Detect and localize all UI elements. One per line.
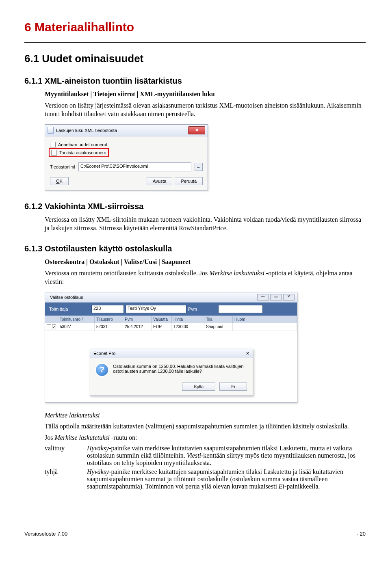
browse-button[interactable]: ... xyxy=(195,163,203,171)
emphasis: Merkitse laskutetuksi xyxy=(54,434,110,441)
document-icon xyxy=(48,127,54,134)
checkbox-verify-customer[interactable] xyxy=(51,150,57,156)
checkbox-label: Annetaan uudet numerot xyxy=(58,142,107,147)
cell-price: 1230,00 xyxy=(172,323,204,331)
message-dialog: Econet Pro ✕ ? Ostolaskun summa on 1250,… xyxy=(90,349,253,396)
cell-orderno: 52031 xyxy=(95,323,123,331)
ok-button[interactable]: OK xyxy=(50,177,69,185)
message-title: Econet Pro xyxy=(93,351,115,356)
col-select xyxy=(45,316,58,323)
definition-term: tyhjä xyxy=(45,468,77,490)
supplier-name-input[interactable]: Testi Yritys Oy xyxy=(126,305,186,313)
cell-date: 25.4.2012 xyxy=(123,323,152,331)
chapter-heading: 6 Materiaalihallinto xyxy=(24,20,366,34)
close-button[interactable]: ✕ xyxy=(188,126,205,134)
body-text: Versioon on lisätty järjestelmässä oleva… xyxy=(45,101,362,119)
cell-delivery: 53027 xyxy=(58,323,95,331)
grid-header: Toimitusnro / Tilausnro Pvm Valuutta Hin… xyxy=(45,316,297,323)
cell-note xyxy=(233,323,297,331)
checkbox-new-numbers[interactable] xyxy=(50,142,56,147)
definition-term: valittuy xyxy=(45,445,77,467)
text-fragment: -painikkeella. xyxy=(284,483,320,490)
breadcrumb: Ostoreskontra | Ostolaskut | Valitse/Uus… xyxy=(45,257,362,266)
section-heading: 6.1 Uudet ominaisuudet xyxy=(24,52,366,65)
emphasis: Hyväksy xyxy=(87,445,109,452)
highlight-box: Tarkista asiakasnumero xyxy=(49,148,109,157)
cell-status: Saapunut xyxy=(204,323,233,331)
col-currency[interactable]: Valuutta xyxy=(152,316,172,323)
question-icon: ? xyxy=(96,364,108,376)
footer-left: Versioseloste 7.00 xyxy=(24,531,67,537)
subsection-heading-613: 6.1.3 Ostotilausten käyttö ostolaskulla xyxy=(24,244,366,253)
definition-row: tyhjä Hyväksy-painike merkitsee kuitattu… xyxy=(45,468,366,490)
file-label: Tiedostonimi xyxy=(50,164,75,169)
definition-text: Hyväksy-painike vain merkitsee kuitattav… xyxy=(87,445,366,467)
definition-text: Hyväksy-painike merkitsee kuitattujen sa… xyxy=(87,468,366,490)
col-price[interactable]: Hinta xyxy=(172,316,204,323)
filter-bar: Toimittaja 223 Testi Yritys Oy Pvm xyxy=(45,303,297,316)
page-footer: Versioseloste 7.00 - 20 xyxy=(24,531,366,537)
body-text: Jos Merkitse laskutetuksi -ruutu on: xyxy=(45,433,362,442)
emphasis: Merkitse laskutetuksi xyxy=(209,270,264,277)
col-status[interactable]: Tila xyxy=(204,316,233,323)
cell-currency: EUR xyxy=(152,323,172,331)
message-text: Ostolaskun summa on 1250,00. Haluatko va… xyxy=(113,364,247,376)
row-selector-icon[interactable] xyxy=(47,324,51,329)
emphasis: Ei xyxy=(279,483,284,490)
divider xyxy=(24,42,366,43)
cancel-button[interactable]: Peruuta xyxy=(175,177,203,185)
date-label: Pvm xyxy=(188,307,217,311)
close-button[interactable]: ✕ xyxy=(283,294,295,300)
text-fragment: -ruutu on: xyxy=(110,434,137,441)
supplier-label: Toimittaja xyxy=(49,307,90,311)
checkbox-label: Tarkista asiakasnumero xyxy=(59,150,106,155)
supplier-no-input[interactable]: 223 xyxy=(91,305,124,313)
definition-row: valittuy Hyväksy-painike vain merkitsee … xyxy=(45,445,366,467)
col-orderno[interactable]: Tilausnro xyxy=(95,316,123,323)
minimize-button[interactable]: — xyxy=(257,294,269,300)
dialog-title: Laskujen luku XML-tiedostosta xyxy=(56,128,117,133)
help-button[interactable]: Avusta xyxy=(147,177,172,185)
body-text: Versiossa on lisätty XML-siirtoihin muka… xyxy=(45,215,362,233)
yes-button[interactable]: Kyllä xyxy=(182,383,215,391)
col-date[interactable]: Pvm xyxy=(123,316,152,323)
maximize-button[interactable]: ▭ xyxy=(270,294,282,300)
date-input[interactable] xyxy=(218,305,263,313)
body-text: Tällä optiolla määritetään kuitattavien … xyxy=(45,422,362,431)
table-row[interactable]: ✓ 53027 52031 25.4.2012 EUR 1230,00 Saap… xyxy=(45,323,297,331)
definition-list: valittuy Hyväksy-painike vain merkitsee … xyxy=(45,445,366,490)
row-checkbox[interactable]: ✓ xyxy=(52,324,56,329)
window-select-order: Valitse ostotilaus — ▭ ✕ Toimittaja 223 … xyxy=(45,292,297,403)
col-delivery[interactable]: Toimitusnro / xyxy=(58,316,95,323)
no-button[interactable]: Ei xyxy=(219,383,247,391)
dialog-xml-read: Laskujen luku XML-tiedostosta ✕ Annetaan… xyxy=(45,124,208,190)
emphasis: Viesti xyxy=(187,452,201,459)
file-path-input[interactable]: C:\Econet Pro\C2\SOFInvoice.xml xyxy=(78,162,191,171)
subsection-heading-611: 6.1.1 XML-aineiston tuontiin lisätarkist… xyxy=(24,76,366,86)
close-button[interactable]: ✕ xyxy=(246,351,249,356)
text-fragment: Jos xyxy=(45,434,54,441)
body-text: Versiossa on muutettu ostotilausten kuit… xyxy=(45,269,362,286)
breadcrumb: Myyntitilaukset | Tietojen siirrot | XML… xyxy=(45,90,362,99)
window-title: Valitse ostotilaus xyxy=(50,295,83,300)
subsection-heading-612: 6.1.2 Vakiohinta XML-siirroissa xyxy=(24,202,366,211)
text-fragment: Versiossa on muutettu ostotilausten kuit… xyxy=(45,270,209,277)
col-note[interactable]: Huom xyxy=(233,316,297,323)
option-name: Merkitse laskutetuksi xyxy=(45,411,362,420)
footer-right: - 20 xyxy=(357,531,366,537)
emphasis: Hyväksy xyxy=(87,468,109,475)
